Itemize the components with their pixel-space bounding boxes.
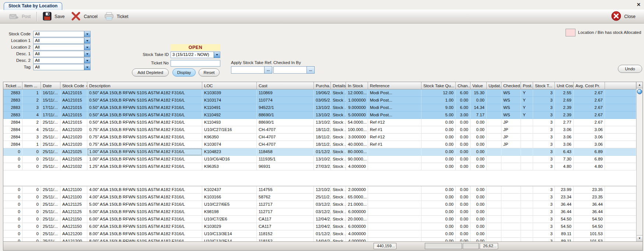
grid-cell[interactable]: 6.000000 [346,223,368,230]
grid-cell[interactable]: 25/11/... [41,163,60,170]
grid-cell[interactable]: 0 [3,148,22,156]
table-row[interactable]: 2883317/11/...AA1210150.50" ASA 150LB RF… [3,104,636,112]
table-row[interactable]: 2884125/11/...AA1210200.75" ASA 150LB RF… [3,141,636,148]
grid-cell[interactable] [487,194,501,201]
grid-cell[interactable] [501,238,521,241]
column-header-loc[interactable]: LOC [202,82,257,89]
grid-cell[interactable]: 3 [533,89,555,97]
grid-cell[interactable]: 0 [22,230,41,238]
grid-cell[interactable]: AA121020 [60,141,87,148]
grid-cell[interactable]: Stock ... [331,156,346,163]
grid-cell[interactable]: 3 [533,156,555,163]
grid-cell[interactable] [487,216,501,223]
grid-cell[interactable] [605,148,636,156]
grid-cell[interactable]: 6.00" ASA 150LB RFWN S10S ASTM A182 F316… [87,216,202,223]
grid-cell[interactable]: 54.50 [574,223,605,230]
grid-cell[interactable]: 3 [22,134,41,141]
apply-ref-ellipsis-button[interactable]: ... [264,66,272,74]
grid-cell[interactable]: 5.00" ASA 150LB RFWN S10S ASTM A182 F316… [87,208,202,216]
grid-cell[interactable]: K110493 [202,119,257,126]
grid-cell[interactable]: Y [521,97,533,104]
grid-cell[interactable]: 13/10/2... [314,156,331,163]
column-header-filler[interactable] [605,82,636,89]
grid-cell[interactable]: Ref #12 [368,119,421,126]
grid-cell[interactable]: 12.0000... [346,89,368,97]
grid-cell[interactable]: 0.00 [456,208,470,216]
column-header-chan[interactable]: Chan... [456,82,470,89]
grid-cell[interactable]: 0.00 [470,208,487,216]
grid-cell[interactable]: 17/11/... [41,104,60,112]
grid-cell[interactable] [521,134,533,141]
column-header-updat[interactable]: Updat... [487,82,501,89]
grid-cell[interactable]: AA121020 [60,134,87,141]
grid-cell[interactable]: 0.00 [456,156,470,163]
grid-cell[interactable]: U10/C13/3E14 [202,238,257,241]
grid-cell[interactable]: Stock ... [331,119,346,126]
grid-cell[interactable]: Stock ... [331,223,346,230]
grid-cell[interactable] [605,163,636,170]
grid-cell[interactable]: 25/11/... [41,230,60,238]
grid-cell[interactable]: 3 [533,194,555,201]
grid-cell[interactable]: 2883 [3,97,22,104]
grid-cell[interactable]: K103166 [202,194,257,201]
grid-cell[interactable]: 3.06 [574,126,605,134]
grid-cell[interactable]: 3 [533,223,555,230]
grid-cell[interactable]: Stock ... [331,216,346,223]
grid-cell[interactable] [521,126,533,134]
grid-cell[interactable]: 0.00 [470,141,487,148]
grid-cell[interactable]: 16/11/... [41,89,60,97]
grid-cell[interactable]: 0.00 [470,126,487,134]
grid-cell[interactable]: AA121015 [60,119,87,126]
grid-cell[interactable]: 01/12/2... [314,230,331,238]
grid-cell[interactable]: 3 [533,112,555,119]
grid-cell[interactable]: 0 [3,194,22,201]
grid-cell[interactable]: AA121032 [60,163,87,170]
grid-cell[interactable]: 2.67 [574,89,605,97]
grid-cell[interactable]: K103174 [202,97,257,104]
grid-cell[interactable]: 20.0000... [346,216,368,223]
grid-cell[interactable]: 110774 [257,97,314,104]
grid-cell[interactable]: 0 [22,223,41,230]
grid-cell[interactable]: 25/11/... [41,126,60,134]
grid-cell[interactable]: JP [501,141,521,148]
table-row[interactable]: 0025/11/...AA1210321.25" ASA 150LB RFWN … [3,163,636,170]
grid-cell[interactable]: 3 [22,104,41,112]
grid-cell[interactable]: 23.35 [574,186,605,194]
grid-cell[interactable]: 21.0000... [346,201,368,208]
grid-cell[interactable]: Stock ... [331,238,346,241]
grid-cell[interactable]: 94522/1 [257,104,314,112]
grid-cell[interactable]: 0.00 [470,119,487,126]
grid-cell[interactable]: 9.000000 [346,104,368,112]
grid-cell[interactable]: 2.55 [555,89,574,97]
grid-cell[interactable]: 5.000000 [346,112,368,119]
grid-cell[interactable]: 0.00 [421,148,456,156]
undo-button[interactable]: Undo [618,65,642,73]
grid-cell[interactable] [501,156,521,163]
grid-cell[interactable]: 4.00" ASA 150LB RFWN S10S ASTM A182 F316… [87,194,202,201]
filter-combo-tag[interactable]: All [33,64,91,70]
grid-cell[interactable]: 0.00 [421,201,456,208]
grid-cell[interactable]: 0.00 [456,126,470,134]
vertical-scrollbar[interactable]: ▲ ▼ [636,82,643,241]
grid-cell[interactable]: 25/11/... [41,223,60,230]
grid-cell[interactable]: K96353 [202,163,257,170]
grid-cell[interactable]: 114755 [257,186,314,194]
column-header-cast[interactable]: Cast [257,82,314,89]
grid-cell[interactable]: 6.00" ASA 150LB RFWN S10S ASTM A182 F316… [87,223,202,230]
grid-cell[interactable]: 0 [3,223,22,230]
grid-cell[interactable]: 2.69 [555,97,574,104]
grid-cell[interactable]: 25/11/... [41,148,60,156]
grid-cell[interactable] [487,163,501,170]
grid-cell[interactable]: CH-4707 [257,141,314,148]
grid-cell[interactable] [605,238,636,241]
grid-cell[interactable]: 25/11/... [41,216,60,223]
cancel-button[interactable]: Cancel [68,11,101,22]
grid-cell[interactable]: 100.000... [346,126,368,134]
grid-cell[interactable]: 25/11/... [41,238,60,241]
grid-cell[interactable]: 118152 [257,230,314,238]
grid-cell[interactable]: 6.00 [456,104,470,112]
column-header-post[interactable]: Post... [521,82,533,89]
grid-cell[interactable]: 88690/1 [257,112,314,119]
grid-cell[interactable] [501,186,521,194]
grid-cell[interactable]: 3 [533,163,555,170]
